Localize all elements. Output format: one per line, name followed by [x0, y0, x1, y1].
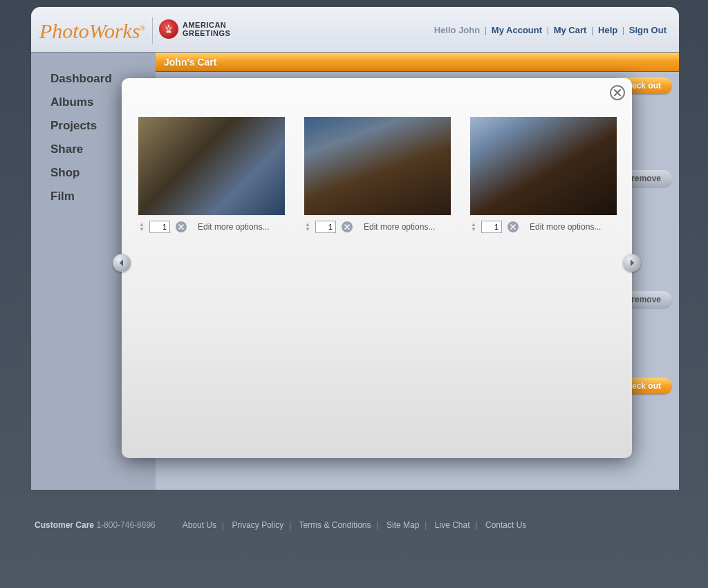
modal-close-button[interactable] — [610, 85, 625, 100]
photo-card: ▲ ▼ Edit more options... — [304, 117, 451, 233]
delete-photo-button[interactable] — [507, 221, 519, 232]
footer-about-link[interactable]: About Us — [183, 520, 216, 530]
hello-text: Hello John — [434, 25, 480, 35]
photo-card: ▲ ▼ Edit more options... — [138, 117, 285, 233]
edit-more-link[interactable]: Edit more options... — [364, 222, 435, 232]
photo-thumbnail[interactable] — [304, 117, 451, 215]
carousel-prev-button[interactable] — [113, 254, 131, 272]
qty-down-button[interactable]: ▼ — [304, 227, 311, 232]
modal-content: ▲ ▼ Edit more options... ▲ ▼ — [122, 78, 632, 247]
quantity-stepper: ▲ ▼ — [470, 222, 477, 232]
x-icon — [178, 224, 184, 230]
close-icon — [614, 89, 621, 96]
photoworks-logo: PhotoWorks® — [39, 19, 145, 43]
chevron-left-icon — [118, 259, 125, 266]
card-controls: ▲ ▼ Edit more options... — [138, 221, 285, 233]
qty-input[interactable] — [481, 221, 502, 233]
photo-card: ▲ ▼ Edit more options... — [470, 117, 617, 233]
delete-photo-button[interactable] — [176, 221, 187, 232]
card-controls: ▲ ▼ Edit more options... — [304, 221, 451, 233]
footer-sitemap-link[interactable]: Site Map — [386, 520, 419, 530]
partner-line2: GREETINGS — [183, 29, 230, 37]
care-phone: 1-800-746-8696 — [96, 520, 155, 530]
cart-title-bar: John's Cart — [156, 53, 679, 72]
qty-input[interactable] — [315, 221, 336, 233]
photo-image — [470, 117, 617, 215]
qty-down-button[interactable]: ▼ — [138, 227, 145, 232]
footer: Customer Care 1-800-746-8696 About Us| P… — [35, 520, 674, 530]
carousel-next-button[interactable] — [623, 254, 641, 272]
photo-image — [304, 117, 451, 215]
footer-contact-link[interactable]: Contact Us — [485, 520, 526, 530]
logo-text: PhotoWorks — [39, 19, 140, 42]
footer-links: About Us| Privacy Policy| Terms & Condit… — [183, 520, 527, 530]
photo-thumbnail[interactable] — [470, 117, 617, 215]
footer-privacy-link[interactable]: Privacy Policy — [232, 520, 284, 530]
sign-out-link[interactable]: Sign Out — [629, 25, 667, 35]
photo-thumbnail[interactable] — [138, 117, 285, 215]
american-greetings-logo: AMERICAN GREETINGS — [159, 19, 230, 39]
logo-divider — [152, 17, 153, 44]
card-controls: ▲ ▼ Edit more options... — [470, 221, 617, 233]
x-icon — [510, 224, 516, 230]
photo-selector-modal: ▲ ▼ Edit more options... ▲ ▼ — [122, 78, 632, 458]
quantity-stepper: ▲ ▼ — [304, 222, 311, 232]
chevron-right-icon — [628, 259, 635, 266]
partner-line1: AMERICAN — [183, 21, 230, 29]
delete-photo-button[interactable] — [342, 221, 353, 232]
top-links: Hello John | My Account | My Cart | Help… — [434, 25, 667, 35]
edit-more-link[interactable]: Edit more options... — [198, 222, 269, 232]
quantity-stepper: ▲ ▼ — [138, 222, 145, 232]
help-link[interactable]: Help — [598, 25, 617, 35]
customer-care: Customer Care 1-800-746-8696 — [35, 520, 156, 530]
photo-image — [138, 117, 285, 215]
my-account-link[interactable]: My Account — [492, 25, 542, 35]
qty-input[interactable] — [149, 221, 170, 233]
care-label: Customer Care — [35, 520, 94, 530]
my-cart-link[interactable]: My Cart — [554, 25, 587, 35]
footer-terms-link[interactable]: Terms & Conditions — [299, 520, 371, 530]
footer-livechat-link[interactable]: Live Chat — [435, 520, 470, 530]
cart-title: John's Cart — [164, 57, 216, 68]
rose-icon — [159, 19, 178, 39]
qty-down-button[interactable]: ▼ — [470, 227, 477, 232]
header: PhotoWorks® AMERICAN GREETINGS Hello Joh… — [31, 7, 679, 53]
x-icon — [344, 224, 350, 230]
edit-more-link[interactable]: Edit more options... — [530, 222, 601, 232]
logo-trademark: ® — [140, 24, 146, 32]
